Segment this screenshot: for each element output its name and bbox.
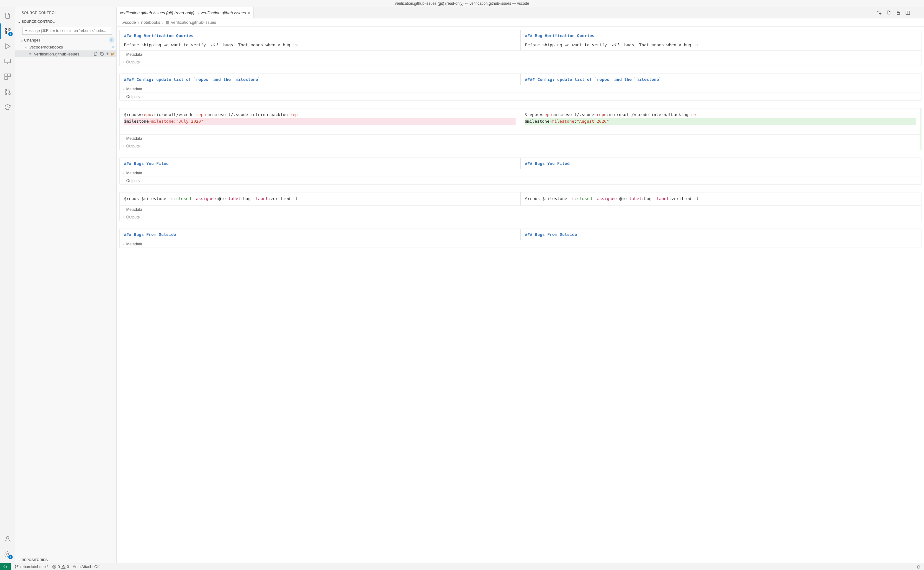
fold-label: Metadata (126, 207, 142, 212)
diff-pane-original: ### Bug Verification QueriesBefore shipp… (120, 30, 521, 51)
outputs-fold[interactable]: ›Outputs (120, 213, 921, 221)
activity-explorer[interactable] (0, 8, 15, 23)
folder-label: .vscode/notebooks (29, 45, 112, 49)
fold-label: Metadata (126, 242, 142, 246)
notebook-cell[interactable]: ### Bugs You Filed### Bugs You Filed›Met… (119, 158, 921, 184)
section-label: SOURCE CONTROL (21, 20, 55, 23)
fold-label: Metadata (126, 171, 142, 175)
metadata-fold[interactable]: ›Metadata (120, 135, 921, 142)
chevron-right-icon: › (138, 20, 139, 25)
settings-badge: 1 (8, 555, 13, 559)
chevron-right-icon: › (123, 60, 124, 64)
diff-content[interactable]: ### Bug Verification QueriesBefore shipp… (117, 27, 924, 563)
discard-icon[interactable] (100, 52, 104, 56)
editor-area: verification.github-issues (git) (read-o… (117, 7, 924, 563)
status-bar: rebornix/nbdebt* 0 0 Auto Attach: Off (0, 563, 924, 570)
stage-icon[interactable]: + (106, 52, 109, 56)
notebook-cell[interactable]: $repos=repo:microsoft/vscode repo:micros… (119, 108, 921, 150)
diff-pane-original: ### Bugs From Outside (120, 229, 521, 240)
svg-point-23 (63, 568, 63, 568)
tab-label: verification.github-issues (git) (read-o… (120, 11, 246, 15)
outputs-fold[interactable]: ›Outputs (120, 142, 921, 150)
compare-icon[interactable] (877, 10, 882, 15)
commit-message-input[interactable] (22, 27, 112, 35)
chevron-down-icon: ⌄ (19, 38, 24, 43)
svg-point-17 (15, 567, 16, 568)
diff-pane-original: #### Config: update list of `repos` and … (120, 74, 521, 85)
breadcrumb-segment[interactable]: verification.github-issues (171, 20, 216, 25)
diff-pane-original: $repos $milestone is:closed -assignee:@m… (120, 192, 521, 205)
activity-refresh[interactable] (0, 100, 15, 115)
activity-settings[interactable]: 1 (0, 547, 15, 562)
section-label: REPOSITORIES (21, 558, 48, 562)
diff-pane-original: ### Bugs You Filed (120, 158, 521, 169)
editor-tab[interactable]: verification.github-issues (git) (read-o… (117, 7, 254, 18)
svg-rect-4 (5, 59, 11, 63)
open-file-icon[interactable] (886, 10, 891, 15)
notebook-cell[interactable]: $repos $milestone is:closed -assignee:@m… (119, 192, 921, 221)
svg-point-1 (5, 32, 7, 34)
notebook-cell[interactable]: #### Config: update list of `repos` and … (119, 74, 921, 101)
chevron-right-icon: › (123, 171, 124, 175)
svg-point-16 (15, 565, 16, 566)
activity-pr[interactable] (0, 84, 15, 100)
breadcrumbs[interactable]: .vscode › notebooks › ▦ verification.git… (117, 18, 924, 27)
activity-extensions[interactable] (0, 69, 15, 84)
outputs-fold[interactable]: ›Outputs (120, 93, 921, 100)
diff-pane-modified: ### Bug Verification QueriesBefore shipp… (521, 30, 921, 51)
svg-rect-5 (5, 74, 7, 77)
activity-account[interactable] (0, 531, 15, 547)
branch-icon (15, 565, 19, 569)
metadata-fold[interactable]: ›Metadata (120, 51, 921, 58)
section-repositories[interactable]: › REPOSITORIES (15, 556, 116, 563)
chevron-right-icon: › (123, 136, 124, 140)
notebook-cell[interactable]: ### Bug Verification QueriesBefore shipp… (119, 30, 921, 66)
chevron-right-icon: › (123, 87, 124, 91)
breadcrumb-segment[interactable]: .vscode (122, 20, 136, 25)
metadata-fold[interactable]: ›Metadata (120, 85, 921, 93)
breadcrumb-segment[interactable]: notebooks (141, 20, 160, 25)
notebook-cell[interactable]: ### Bugs From Outside### Bugs From Outsi… (119, 228, 921, 248)
chevron-right-icon: › (17, 558, 21, 562)
fold-label: Metadata (126, 52, 142, 57)
svg-point-12 (7, 553, 9, 555)
outputs-fold[interactable]: ›Outputs (120, 58, 921, 66)
remote-indicator[interactable] (0, 563, 11, 570)
metadata-fold[interactable]: ›Metadata (120, 240, 921, 248)
readonly-icon[interactable] (896, 10, 901, 15)
metadata-fold[interactable]: ›Metadata (120, 169, 921, 176)
metadata-fold[interactable]: ›Metadata (120, 205, 921, 213)
changes-header[interactable]: ⌄ Changes 1 (15, 37, 116, 43)
svg-rect-7 (5, 77, 7, 80)
svg-point-8 (5, 89, 7, 91)
section-source-control[interactable]: ⌄ SOURCE CONTROL (15, 18, 116, 25)
activity-remote[interactable] (0, 54, 15, 69)
status-auto-attach[interactable]: Auto Attach: Off (73, 565, 99, 569)
svg-rect-13 (897, 12, 899, 14)
play-bug-icon (4, 43, 11, 50)
outputs-fold[interactable]: ›Outputs (120, 176, 921, 184)
diff-pane-modified: $repos $milestone is:closed -assignee:@m… (521, 192, 921, 205)
svg-point-9 (5, 93, 7, 95)
svg-point-2 (9, 29, 11, 30)
status-problems[interactable]: 0 0 (52, 565, 69, 569)
activity-source-control[interactable]: 1 (0, 23, 15, 39)
chevron-right-icon: › (123, 53, 124, 56)
close-icon[interactable]: × (248, 11, 250, 15)
activity-run[interactable] (0, 39, 15, 54)
scm-badge: 1 (8, 32, 13, 36)
svg-point-11 (6, 536, 9, 539)
svg-point-18 (17, 565, 18, 566)
changes-label: Changes (24, 38, 109, 43)
status-branch[interactable]: rebornix/nbdebt* (15, 565, 48, 569)
open-file-icon[interactable] (93, 52, 98, 56)
fold-label: Outputs (126, 178, 139, 183)
sidebar-more-icon[interactable]: ··· (109, 11, 114, 15)
tree-folder[interactable]: ⌄ .vscode/notebooks (15, 43, 116, 51)
more-icon[interactable]: ··· (915, 10, 920, 15)
notification-icon[interactable] (916, 565, 921, 569)
split-editor-icon[interactable] (905, 10, 910, 15)
tree-file[interactable]: ≡ verification.github-issues + M (15, 51, 116, 57)
changes-count-badge: 1 (109, 37, 115, 43)
activity-bar: 1 1 (0, 7, 15, 563)
